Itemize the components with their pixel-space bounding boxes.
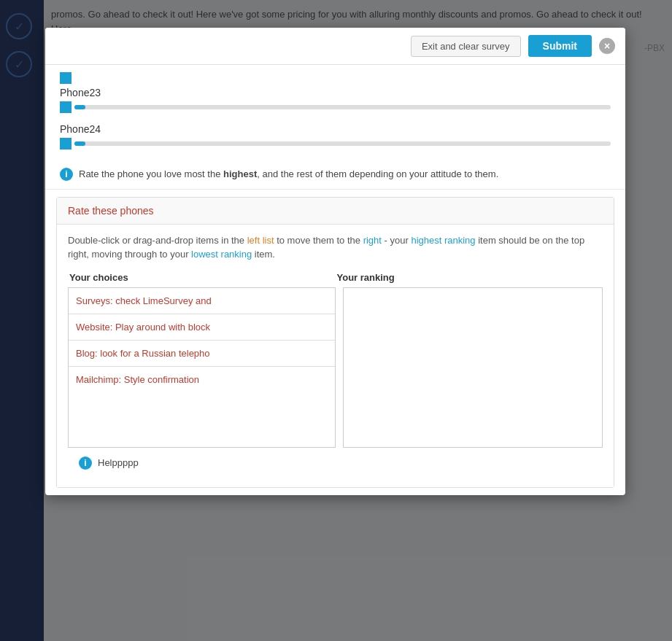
choices-grid: Your choices Surveys: check LimeSurvey a… bbox=[68, 272, 603, 448]
close-button[interactable]: × bbox=[599, 38, 615, 54]
choices-col-header: Your choices bbox=[68, 272, 336, 283]
phone23-label: Phone23 bbox=[60, 87, 611, 98]
help-box: i Helppppp bbox=[68, 448, 603, 478]
choices-list[interactable]: Surveys: check LimeSurvey and Website: P… bbox=[68, 287, 336, 448]
phone23-checkbox-icon bbox=[60, 72, 72, 84]
phone24-slider-container bbox=[60, 138, 611, 149]
phone24-item: Phone24 bbox=[60, 123, 611, 149]
info-icon: i bbox=[60, 168, 73, 181]
phones-info-text: Rate the phone you love most the highest… bbox=[79, 167, 498, 182]
phones-info-box: i Rate the phone you love most the highe… bbox=[60, 160, 611, 182]
rate-instruction: Double-click or drag-and-drop items in t… bbox=[68, 233, 603, 262]
exit-clear-button[interactable]: Exit and clear survey bbox=[411, 36, 521, 57]
choice-item-2[interactable]: Blog: look for a Russian telepho bbox=[69, 341, 335, 367]
phone24-slider-handle[interactable] bbox=[60, 138, 72, 149]
phone23-slider-container bbox=[60, 101, 611, 113]
survey-modal: Exit and clear survey Submit × Phone23 bbox=[45, 28, 625, 495]
phone23-slider-handle[interactable] bbox=[60, 101, 72, 113]
rate-phones-section: Rate these phones Double-click or drag-a… bbox=[56, 197, 614, 488]
phone23-item: Phone23 bbox=[60, 72, 611, 113]
rate-section-title: Rate these phones bbox=[57, 198, 614, 225]
phone23-slider-track[interactable] bbox=[74, 105, 611, 109]
rate-section-body: Double-click or drag-and-drop items in t… bbox=[57, 225, 614, 487]
choice-item-3[interactable]: Mailchimp: Style confirmation bbox=[69, 367, 335, 392]
phone-section: Phone23 Phone24 bbox=[45, 65, 625, 190]
help-icon: i bbox=[79, 457, 92, 470]
phone23-slider-fill bbox=[74, 105, 85, 109]
submit-button[interactable]: Submit bbox=[528, 35, 592, 57]
choice-item-0[interactable]: Surveys: check LimeSurvey and bbox=[69, 288, 335, 314]
ranking-col-header: Your ranking bbox=[336, 272, 603, 283]
help-text: Helppppp bbox=[98, 457, 139, 468]
choice-item-1[interactable]: Website: Play around with block bbox=[69, 314, 335, 341]
phone24-slider-fill bbox=[74, 141, 85, 146]
modal-header: Exit and clear survey Submit × bbox=[45, 28, 625, 65]
modal-body: Phone23 Phone24 bbox=[45, 65, 625, 495]
ranking-column: Your ranking bbox=[336, 272, 603, 448]
phone24-slider-track[interactable] bbox=[74, 141, 611, 146]
phone24-label: Phone24 bbox=[60, 123, 611, 135]
ranking-list[interactable] bbox=[343, 287, 603, 448]
choices-column: Your choices Surveys: check LimeSurvey a… bbox=[68, 272, 336, 448]
